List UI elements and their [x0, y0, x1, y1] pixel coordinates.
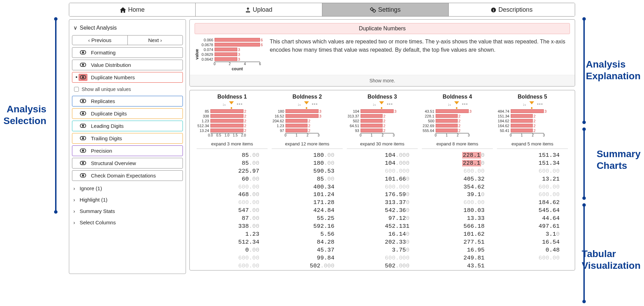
- tick: 2.0: [241, 133, 246, 137]
- data-cell: 313.370: [345, 199, 409, 207]
- show-unique-checkbox-row[interactable]: Show all unique values: [72, 84, 183, 94]
- hbar-row: 972: [272, 128, 310, 133]
- sort-icon[interactable]: [447, 101, 451, 106]
- more-icon[interactable]: •••: [462, 101, 468, 107]
- analysis-item-leading-digits[interactable]: Leading Digits: [72, 121, 183, 131]
- expand-link[interactable]: expand 5 more items: [497, 139, 568, 149]
- filter-icon[interactable]: [529, 101, 534, 104]
- more-icon[interactable]: •••: [237, 101, 243, 107]
- show-more-button[interactable]: Show more.: [190, 75, 575, 86]
- hbar-value: 2: [243, 119, 246, 123]
- explanation-text: This chart shows which values are repeat…: [270, 38, 570, 54]
- show-unique-label: Show all unique values: [82, 86, 131, 92]
- hbar-category: 512.34: [197, 124, 210, 128]
- hbar-bar: [511, 109, 544, 113]
- data-cell: 600.00: [195, 199, 259, 207]
- analysis-item-duplicate-numbers[interactable]: •Duplicate Numbers: [72, 72, 183, 83]
- tab-upload[interactable]: Upload: [196, 3, 322, 16]
- more-icon[interactable]: •••: [312, 101, 318, 107]
- analysis-label: Check Domain Expectations: [91, 173, 156, 178]
- previous-button[interactable]: ‹ Previous: [72, 35, 128, 45]
- tab-home[interactable]: Home: [69, 3, 196, 16]
- data-col-5: 151.34151.34600.0013.21600.00600.00184.6…: [495, 152, 570, 270]
- data-cell: 600.000: [345, 254, 409, 262]
- hbar-value: 3: [394, 109, 396, 113]
- more-icon[interactable]: •••: [537, 101, 543, 107]
- data-cell: 3.10: [495, 231, 560, 238]
- tick: 2: [229, 62, 231, 66]
- hbar-row: 16.523: [272, 114, 321, 119]
- tick: 2: [457, 133, 459, 137]
- column-title: Boldness 4: [422, 94, 493, 100]
- expand-link[interactable]: expand 8 more items: [422, 139, 493, 149]
- analysis-item-check-domain-expectations[interactable]: Check Domain Expectations: [72, 170, 183, 181]
- hbar-value: 2: [308, 129, 310, 133]
- next-button[interactable]: Next ›: [128, 35, 183, 45]
- hbar-category: 0.0629: [201, 52, 215, 57]
- collapse-summary-stats[interactable]: › Summary Stats: [72, 205, 183, 217]
- analysis-item-replicates[interactable]: Replicates: [72, 96, 183, 106]
- hbar-bar: [436, 124, 458, 127]
- filter-icon[interactable]: [229, 101, 234, 104]
- column-toolbar: •••: [347, 101, 418, 107]
- select-analysis-label: Select Analysis: [80, 25, 117, 31]
- tick: 0: [214, 62, 216, 66]
- expand-link[interactable]: expand 12 more items: [272, 139, 343, 149]
- tick: 4: [244, 62, 246, 66]
- analysis-item-formatting[interactable]: Formatting: [72, 47, 183, 58]
- select-analysis-header[interactable]: ∨ Select Analysis: [72, 22, 183, 33]
- analysis-label: Precision: [91, 148, 112, 154]
- hbar-value: 3: [319, 109, 321, 113]
- hbar-row: 151.342: [497, 114, 536, 119]
- more-icon[interactable]: •••: [387, 101, 393, 107]
- data-cell: 600.00: [495, 167, 560, 175]
- tick: 2: [382, 133, 384, 137]
- data-cell: 151.34: [495, 152, 560, 160]
- tab-settings[interactable]: Settings: [322, 3, 449, 16]
- filter-icon[interactable]: [304, 101, 309, 104]
- analysis-item-structural-overview[interactable]: Structural Overview: [72, 158, 183, 169]
- sort-icon[interactable]: [297, 101, 301, 106]
- summary-chart: 484.743151.342184.622164.62250.4120123: [497, 109, 568, 138]
- hbar-bar: [511, 124, 533, 127]
- sort-icon[interactable]: [372, 101, 376, 106]
- data-cell: 592.16: [270, 223, 334, 231]
- tab-descriptions[interactable]: iDescriptions: [449, 3, 575, 16]
- filter-icon[interactable]: [379, 101, 384, 104]
- analysis-label: Value Distribution: [91, 62, 131, 68]
- tick: 0: [510, 133, 512, 137]
- hbar-category: 228.1: [422, 114, 436, 118]
- x-axis: 0123: [511, 133, 544, 138]
- collapse-highlight-[interactable]: › Highlight (1): [72, 194, 183, 205]
- data-cell: 225.97: [195, 167, 259, 175]
- tab-label: Upload: [253, 6, 272, 13]
- analysis-label: Replicates: [91, 98, 115, 104]
- collapse-ignore-[interactable]: › Ignore (1): [72, 183, 183, 194]
- expand-link[interactable]: expand 3 more items: [197, 139, 268, 149]
- analysis-explanation-panel: Duplicate Numbers value 0.06660.067860.0…: [189, 19, 575, 86]
- sidebar: ∨ Select Analysis ‹ Previous Next › Form…: [69, 19, 186, 274]
- tick: 3: [318, 133, 320, 137]
- analysis-item-duplicate-digits[interactable]: Duplicate Digits: [72, 108, 183, 119]
- analysis-item-trailing-digits[interactable]: Trailing Digits: [72, 133, 183, 144]
- eye-icon: [79, 160, 87, 167]
- hbar-category: 232.69: [422, 124, 436, 128]
- analysis-item-value-distribution[interactable]: Value Distribution: [72, 60, 183, 70]
- expand-link[interactable]: expand 30 more items: [347, 139, 418, 149]
- hbar-category: 85: [197, 109, 210, 113]
- data-cell: 60.00: [195, 175, 259, 183]
- data-cell: 104.000: [345, 160, 409, 167]
- hbar-value: 3: [237, 57, 240, 61]
- collapse-label: Select Columns: [80, 220, 116, 225]
- analysis-item-precision[interactable]: Precision: [72, 145, 183, 156]
- hbar-value: 2: [243, 109, 246, 113]
- filter-icon[interactable]: [454, 101, 459, 104]
- svg-text:i: i: [493, 8, 494, 12]
- sort-icon[interactable]: [522, 101, 527, 106]
- sort-icon[interactable]: [221, 101, 226, 106]
- hbar-value: 2: [533, 114, 536, 118]
- annotation-tabular-visualization: TabularVisualization: [582, 248, 641, 271]
- collapse-select-columns[interactable]: › Select Columns: [72, 217, 183, 228]
- hbar-bar: [215, 57, 237, 61]
- hbar-bar: [210, 114, 243, 118]
